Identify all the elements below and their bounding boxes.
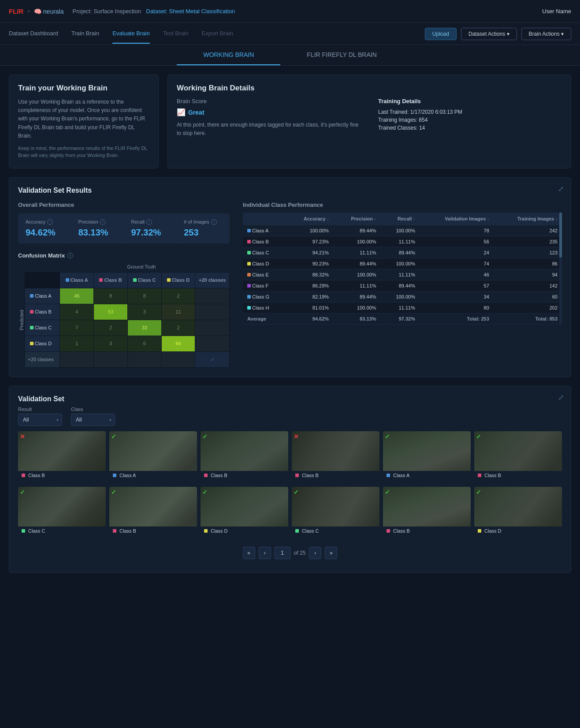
image-card[interactable]: ✓Class A bbox=[109, 431, 197, 480]
image-grid-row1: ✕Class B✓Class A✓Class B✕Class B✓Class A… bbox=[18, 431, 562, 480]
page-first-button[interactable]: « bbox=[243, 547, 255, 559]
image-card[interactable]: ✓Class B bbox=[201, 431, 288, 480]
recall-info-icon[interactable]: i bbox=[146, 219, 152, 225]
page-prev-button[interactable]: ‹ bbox=[259, 547, 271, 559]
project-label: Project: Surface Inspection bbox=[73, 8, 141, 15]
matrix-expand-icon[interactable]: ⤢ bbox=[195, 351, 230, 367]
predicted-label: Predicted bbox=[18, 272, 25, 368]
matrix-row-class-a: Class A 45 8 8 2 bbox=[25, 288, 230, 304]
image-class-label: Class D bbox=[474, 526, 562, 535]
accuracy-info-icon[interactable]: i bbox=[47, 219, 53, 225]
plus-separator: + bbox=[27, 8, 30, 15]
image-card[interactable]: ✓Class B bbox=[474, 431, 562, 480]
correct-badge: ✓ bbox=[385, 489, 390, 496]
image-class-label: Class C bbox=[18, 526, 106, 535]
image-card[interactable]: ✓Class C bbox=[18, 487, 106, 535]
scrollbar-thumb[interactable] bbox=[559, 213, 562, 258]
expand-icon[interactable]: ⤢ bbox=[558, 185, 564, 193]
project-info: Project: Surface Inspection Dataset: She… bbox=[73, 8, 235, 15]
trend-icon: 📈 bbox=[177, 108, 186, 116]
tab-flir-brain[interactable]: FLIR FIREFLY DL BRAIN bbox=[280, 45, 403, 65]
confusion-info-icon[interactable]: i bbox=[67, 253, 73, 258]
image-card[interactable]: ✓Class B bbox=[383, 487, 471, 535]
nav-evaluate-brain[interactable]: Evaluate Brain bbox=[112, 24, 150, 44]
individual-perf-title: Individual Class Performance bbox=[243, 202, 562, 208]
tab-working-brain[interactable]: WORKING BRAIN bbox=[177, 45, 280, 65]
nav-dataset-dashboard[interactable]: Dataset Dashboard bbox=[9, 24, 58, 44]
correct-badge: ✓ bbox=[294, 489, 299, 496]
image-class-label: Class A bbox=[383, 471, 471, 480]
image-card[interactable]: ✓Class C bbox=[292, 487, 379, 535]
image-class-label: Class B bbox=[109, 526, 197, 535]
tab-bar: WORKING BRAIN FLIR FIREFLY DL BRAIN bbox=[0, 45, 580, 66]
col-header-class-b: Class B bbox=[94, 272, 128, 288]
image-card[interactable]: ✓Class A bbox=[383, 431, 471, 480]
nav-train-brain[interactable]: Train Brain bbox=[71, 24, 99, 44]
nav-export-brain: Export Brain bbox=[202, 24, 234, 44]
confusion-matrix-title: Confusion Matrix i bbox=[18, 252, 230, 259]
incorrect-badge: ✕ bbox=[294, 433, 299, 440]
validation-set-title-area: Validation Set Result All ▾ Class bbox=[18, 395, 115, 426]
correct-badge: ✓ bbox=[20, 489, 25, 496]
image-card[interactable]: ✕Class B bbox=[292, 431, 379, 480]
page-last-button[interactable]: » bbox=[325, 547, 337, 559]
last-trained-item: Last Trained: 1/17/2020 6:03:13 PM bbox=[378, 109, 562, 115]
class-filter-select[interactable]: All bbox=[71, 414, 115, 426]
images-value: 253 bbox=[184, 228, 222, 238]
image-card[interactable]: ✓Class D bbox=[201, 487, 288, 535]
result-filter-select[interactable]: All bbox=[18, 414, 62, 426]
dataset-actions-button[interactable]: Dataset Actions ▾ bbox=[461, 28, 517, 40]
validation-expand-icon[interactable]: ⤢ bbox=[558, 393, 564, 402]
navigation: Dataset Dashboard Train Brain Evaluate B… bbox=[0, 23, 580, 45]
image-card[interactable]: ✓Class D bbox=[474, 487, 562, 535]
accuracy-value: 94.62% bbox=[26, 228, 64, 238]
nav-links: Dataset Dashboard Train Brain Evaluate B… bbox=[9, 24, 233, 44]
page-next-button[interactable]: › bbox=[309, 547, 321, 559]
scrollbar-track[interactable] bbox=[559, 213, 562, 325]
training-images-item: Training Images: 854 bbox=[378, 117, 562, 123]
correct-badge: ✓ bbox=[202, 489, 208, 496]
matrix-row-class-c: Class C 7 2 33 2 bbox=[25, 320, 230, 336]
brain-details-content: Brain Score 📈 Great At this point, there… bbox=[177, 98, 562, 138]
correct-badge: ✓ bbox=[111, 433, 116, 440]
image-class-label: Class B bbox=[201, 471, 288, 480]
images-info-icon[interactable]: i bbox=[211, 219, 217, 225]
matrix-row-class-b: Class B 4 53 3 11 bbox=[25, 304, 230, 320]
col-accuracy: Accuracy ↓ bbox=[286, 213, 333, 225]
validation-results-title: Validation Set Results bbox=[18, 187, 562, 194]
class-table-row: Class C 94.21% 11.11% 89.44% 24 123 bbox=[243, 247, 562, 258]
nav-test-brain: Test Brain bbox=[163, 24, 189, 44]
brain-actions-button[interactable]: Brain Actions ▾ bbox=[521, 28, 571, 40]
class-table-avg-row: Average 94.62% 83.13% 97.32% Total: 253 … bbox=[243, 313, 562, 324]
image-grid-row2: ✓Class C✓Class B✓Class D✓Class C✓Class B… bbox=[18, 487, 562, 535]
page-number-input[interactable] bbox=[275, 547, 290, 559]
class-table-row: Class H 81.01% 100.00% 11.11% 80 202 bbox=[243, 302, 562, 313]
page-of-label: of 25 bbox=[294, 550, 306, 556]
image-card[interactable]: ✕Class B bbox=[18, 431, 106, 480]
image-class-label: Class D bbox=[201, 526, 288, 535]
individual-performance: Individual Class Performance Accuracy ↓ … bbox=[243, 202, 562, 368]
working-brain-desc: Use your Working Brain as a reference to… bbox=[18, 98, 149, 140]
filters: Result All ▾ Class All bbox=[18, 407, 115, 426]
training-details-title: Training Details bbox=[378, 98, 562, 105]
flir-logo: FLIR bbox=[9, 7, 23, 15]
upload-button[interactable]: Upload bbox=[425, 28, 457, 40]
brain-score-section: Brain Score 📈 Great At this point, there… bbox=[177, 98, 361, 138]
class-table-header: Accuracy ↓ Precision ↑ Recall ↑ Validati… bbox=[243, 213, 562, 225]
incorrect-badge: ✕ bbox=[20, 433, 25, 440]
nav-actions: Upload Dataset Actions ▾ Brain Actions ▾ bbox=[425, 28, 571, 40]
correct-badge: ✓ bbox=[111, 489, 116, 496]
col-val-images: Validation Images ↑ bbox=[420, 213, 494, 225]
overall-title: Overall Performance bbox=[18, 202, 230, 208]
precision-info-icon[interactable]: i bbox=[100, 219, 106, 225]
col-train-images: Training Images ↑ bbox=[494, 213, 562, 225]
image-card[interactable]: ✓Class B bbox=[109, 487, 197, 535]
user-name: User Name bbox=[542, 8, 571, 15]
validation-set-section: Validation Set Result All ▾ Class bbox=[9, 386, 571, 573]
col-class bbox=[243, 213, 286, 225]
col-header-class-c: Class C bbox=[127, 272, 161, 288]
image-class-label: Class B bbox=[383, 526, 471, 535]
class-filter-group: Class All ▾ bbox=[71, 407, 115, 426]
precision-value: 83.13% bbox=[78, 228, 117, 238]
image-class-label: Class B bbox=[474, 471, 562, 480]
